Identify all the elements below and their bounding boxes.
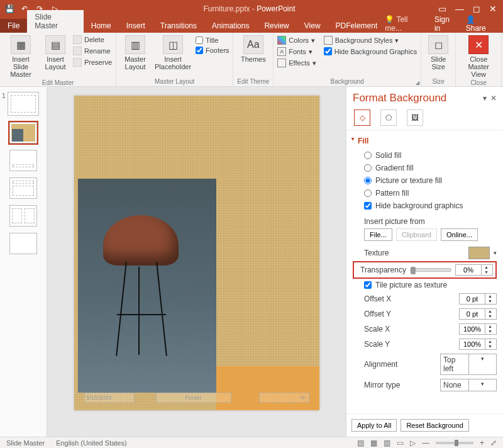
thumbnail-layout-1[interactable] (9, 122, 37, 143)
picture-fill-radio[interactable]: Picture or texture fill (353, 174, 497, 187)
tab-transitions[interactable]: Transitions (153, 19, 204, 33)
colors-dropdown[interactable]: Colors ▾ (277, 35, 316, 45)
offset-x-spinner[interactable]: ▲▼ (459, 293, 497, 305)
group-label-close: Close (470, 78, 487, 86)
tab-slide-master[interactable]: Slide Master (27, 10, 83, 33)
filename-text: Furniture.pptx (203, 4, 250, 13)
clipboard-button: Clipboard (396, 228, 437, 241)
fill-tab-icon[interactable]: ◇ (354, 109, 370, 126)
tab-insert[interactable]: Insert (119, 19, 153, 33)
pane-close-icon[interactable]: ✕ (490, 94, 497, 103)
delete-button[interactable]: Delete (73, 35, 112, 44)
ribbon: ▦ Insert Slide Master ▤ Insert Layout De… (0, 33, 503, 87)
slide-canvas[interactable]: 5/15/2020 Footer ‹#› (47, 87, 346, 437)
bg-styles-icon (324, 36, 333, 45)
effects-dropdown[interactable]: Effects ▾ (277, 58, 316, 68)
hide-bg-graphics-pane-checkbox[interactable]: Hide background graphics (353, 199, 497, 212)
insert-slide-master-button[interactable]: ▦ Insert Slide Master (4, 35, 38, 78)
tell-me[interactable]: 💡 Tell me... (385, 15, 426, 33)
hide-bg-graphics-checkbox[interactable]: Hide Background Graphics (324, 47, 417, 56)
reading-view-icon[interactable]: ▭ (397, 439, 404, 447)
close-master-view-button[interactable]: ✕ Close Master View (460, 35, 497, 78)
sorter-view-icon[interactable]: ▥ (384, 439, 390, 447)
slide-size-icon: ◻ (428, 35, 448, 54)
texture-label: Texture (364, 249, 465, 257)
background-styles-dropdown[interactable]: Background Styles ▾ (324, 35, 417, 45)
alignment-combo[interactable]: Top left▾ (440, 354, 497, 375)
minimize-icon[interactable]: — (455, 4, 464, 14)
normal-view-icon[interactable]: ▦ (370, 439, 377, 447)
scale-x-spinner[interactable]: ▲▼ (459, 323, 497, 335)
insert-slide-master-icon: ▦ (11, 35, 31, 54)
file-button[interactable]: File... (364, 228, 392, 241)
tab-home[interactable]: Home (84, 19, 119, 33)
offset-y-spinner[interactable]: ▲▼ (459, 308, 497, 320)
themes-button[interactable]: Aa Themes (238, 35, 268, 63)
status-mode[interactable]: Slide Master (6, 439, 45, 447)
insert-placeholder-button[interactable]: ◫ Insert Placeholder (154, 35, 192, 70)
effects-tab-icon[interactable]: ⬠ (380, 109, 397, 126)
chair-image[interactable] (78, 179, 216, 393)
online-button[interactable]: Online... (441, 228, 478, 241)
thumbnail-layout-3[interactable] (9, 177, 37, 199)
share-button[interactable]: 👤 Share (466, 15, 497, 33)
rename-button[interactable]: Rename (73, 47, 112, 55)
notes-icon[interactable]: ▤ (357, 439, 364, 447)
tab-view[interactable]: View (297, 19, 328, 33)
insert-layout-button[interactable]: ▤ Insert Layout (41, 35, 69, 70)
tab-review[interactable]: Review (257, 19, 296, 33)
mirror-combo[interactable]: None▾ (440, 379, 497, 391)
thumbnail-master[interactable]: 1 (8, 92, 39, 116)
save-icon[interactable]: 💾 (4, 3, 15, 14)
fit-to-window-icon[interactable]: ⤢ (490, 439, 497, 447)
scale-y-spinner[interactable]: ▲▼ (459, 339, 497, 350)
status-language[interactable]: English (United States) (56, 439, 127, 447)
thumbnail-layout-2[interactable] (9, 150, 37, 171)
transparency-spinner[interactable]: ▲▼ (455, 264, 493, 276)
slideshow-view-icon[interactable]: ▷ (410, 439, 416, 447)
status-bar: Slide Master English (United States) ▤ ▦… (0, 437, 503, 448)
offset-x-label: Offset X (364, 294, 455, 303)
format-background-pane: Format Background ▾✕ ◇ ⬠ 🖼 Fill Solid fi… (346, 87, 503, 437)
transparency-slider[interactable] (410, 268, 451, 272)
footers-checkbox[interactable]: Footers (196, 45, 229, 55)
master-layout-button[interactable]: ▥ Master Layout (120, 35, 150, 70)
solid-fill-radio[interactable]: Solid fill (353, 149, 497, 162)
pane-options-icon[interactable]: ▾ (483, 94, 487, 103)
preserve-icon (73, 58, 82, 67)
background-dialog-launcher[interactable]: ◢ (416, 80, 419, 86)
transparency-label: Transparency (360, 266, 406, 274)
preserve-button[interactable]: Preserve (73, 58, 112, 67)
picture-tab-icon[interactable]: 🖼 (407, 109, 423, 126)
title-checkbox[interactable]: Title (196, 35, 229, 45)
tile-checkbox[interactable]: Tile picture as texture (353, 279, 497, 291)
footer-placeholder[interactable]: Footer (156, 393, 231, 403)
ribbon-options-icon[interactable]: ▭ (438, 4, 446, 14)
restore-icon[interactable]: ◻ (473, 4, 480, 14)
tab-animations[interactable]: Animations (204, 19, 257, 33)
thumbnail-layout-5[interactable] (9, 233, 37, 254)
close-window-icon[interactable]: ✕ (489, 4, 497, 14)
insert-placeholder-icon: ◫ (163, 35, 183, 54)
pattern-fill-radio[interactable]: Pattern fill (353, 187, 497, 199)
thumbnail-layout-4[interactable] (9, 205, 37, 227)
date-placeholder[interactable]: 5/15/2020 (84, 393, 135, 403)
tab-file[interactable]: File (0, 19, 27, 33)
zoom-slider[interactable] (436, 442, 473, 444)
apply-to-all-button[interactable]: Apply to All (351, 419, 397, 432)
slide[interactable]: 5/15/2020 Footer ‹#› (74, 96, 319, 410)
insert-layout-icon: ▤ (45, 35, 65, 54)
slide-number-placeholder[interactable]: ‹#› (259, 393, 309, 403)
reset-background-button[interactable]: Reset Background (401, 419, 469, 432)
fonts-dropdown[interactable]: AFonts ▾ (277, 47, 316, 57)
mirror-label: Mirror type (364, 381, 436, 389)
transparency-row: Transparency ▲▼ (353, 261, 497, 279)
fill-section-header[interactable]: Fill (353, 133, 497, 149)
app-name: PowerPoint (257, 4, 295, 13)
texture-picker[interactable] (468, 247, 490, 259)
slide-accent-strip (216, 366, 319, 410)
slide-size-button[interactable]: ◻ Slide Size (425, 35, 451, 70)
gradient-fill-radio[interactable]: Gradient fill (353, 162, 497, 174)
tab-pdfelement[interactable]: PDFelement (328, 19, 385, 33)
sign-in[interactable]: Sign in (434, 15, 457, 33)
